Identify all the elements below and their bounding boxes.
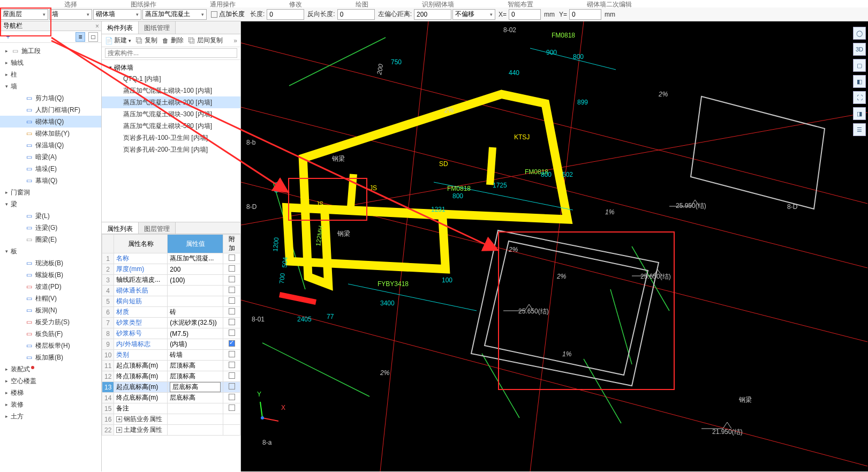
view-section-icon[interactable]: ◨ bbox=[853, 107, 866, 120]
tree-item[interactable]: ▭板洞(N) bbox=[0, 304, 101, 316]
table-row[interactable]: 14终点底标高(m)层底标高 bbox=[102, 393, 240, 403]
tab-component-list[interactable]: 构件列表 bbox=[102, 21, 139, 34]
view-list-icon[interactable]: ☰ bbox=[853, 123, 866, 136]
tree-item[interactable]: ▭螺旋板(B) bbox=[0, 269, 101, 281]
tree-item[interactable]: ▭板加腋(B) bbox=[0, 351, 101, 363]
extra-checkbox[interactable] bbox=[229, 276, 235, 282]
tree-item[interactable]: ▭圈梁(E) bbox=[0, 234, 101, 245]
view-iso-icon[interactable]: ◧ bbox=[853, 75, 866, 88]
table-row[interactable]: 16+钢筋业务属性 bbox=[102, 414, 240, 425]
new-button[interactable]: 📄新建▾ bbox=[105, 36, 131, 45]
tree-item[interactable]: ▭楼层板带(H) bbox=[0, 340, 101, 351]
table-row[interactable]: 4砌体通长筋 bbox=[102, 286, 240, 296]
table-row[interactable]: 11起点顶标高(m)层顶标高 bbox=[102, 361, 240, 371]
more-icon[interactable]: » bbox=[233, 37, 237, 44]
table-row[interactable]: 2厚度(mm)200 bbox=[102, 264, 240, 275]
table-row[interactable]: 15备注 bbox=[102, 403, 240, 414]
extra-checkbox[interactable] bbox=[229, 319, 235, 325]
extra-checkbox[interactable] bbox=[229, 254, 235, 261]
table-row[interactable]: 13起点底标高(m)层底标高 bbox=[102, 382, 240, 393]
nav-tree[interactable]: ▸▭施工段▸轴线▸柱▾墙▭剪力墙(Q)▭人防门框墙(RF)▭砌体墙(Q)▭砌体加… bbox=[0, 43, 101, 471]
tree-item[interactable]: ▸门窗洞 bbox=[0, 186, 101, 198]
props-table[interactable]: 属性名称属性值附加 1名称蒸压加气混凝...2厚度(mm)2003轴线距左墙皮.… bbox=[102, 234, 240, 436]
table-row[interactable]: 1名称蒸压加气混凝... bbox=[102, 253, 240, 264]
extra-checkbox[interactable] bbox=[229, 394, 235, 400]
list-item[interactable]: QTQ-1 [内墙] bbox=[102, 73, 240, 85]
tree-item[interactable]: ▭砌体墙(Q) bbox=[0, 116, 101, 128]
leftoff-input[interactable]: 200 bbox=[414, 9, 451, 20]
tree-item[interactable]: ▭梁(L) bbox=[0, 210, 101, 222]
tree-item[interactable]: ▸空心楼盖 bbox=[0, 375, 101, 387]
component-list[interactable]: ▾砌体墙 QTQ-1 [内墙]蒸压加气混凝土砌块-100 [内墙]蒸压加气混凝土… bbox=[102, 60, 240, 158]
extra-checkbox[interactable] bbox=[229, 287, 235, 293]
extra-checkbox[interactable] bbox=[229, 265, 235, 272]
floor-select[interactable]: 屋面层▾ bbox=[0, 9, 48, 20]
table-row[interactable]: 7砂浆类型(水泥砂浆(32.5)) bbox=[102, 318, 240, 328]
table-row[interactable]: 8砂浆标号(M7.5) bbox=[102, 328, 240, 339]
tab-layer-mgmt[interactable]: 图层管理 bbox=[139, 222, 176, 234]
tab-props[interactable]: 属性列表 bbox=[102, 222, 139, 234]
revlen-input[interactable]: 0 bbox=[337, 9, 375, 20]
component-group[interactable]: ▾砌体墙 bbox=[102, 62, 240, 73]
extra-checkbox[interactable] bbox=[229, 329, 235, 336]
nav-view-list-icon[interactable]: ≡ bbox=[76, 32, 85, 42]
list-item[interactable]: 蒸压加气混凝土砌块-580 [内墙] bbox=[102, 120, 240, 132]
tree-item[interactable]: ▸轴线 bbox=[0, 57, 101, 69]
table-row[interactable]: 22+土建业务属性 bbox=[102, 425, 240, 436]
tree-item[interactable]: ▭砌体加筋(Y) bbox=[0, 128, 101, 139]
tree-item[interactable]: ▸装配式 bbox=[0, 363, 101, 375]
extra-checkbox[interactable] bbox=[229, 308, 235, 314]
tree-item[interactable]: ▸柱 bbox=[0, 69, 101, 80]
table-row[interactable]: 12终点顶标高(m)层顶标高 bbox=[102, 371, 240, 382]
tree-item[interactable]: ▭幕墙(Q) bbox=[0, 175, 101, 186]
extra-checkbox[interactable] bbox=[229, 362, 235, 368]
material-select[interactable]: 蒸压加气混凝土▾ bbox=[142, 9, 207, 20]
copy-button[interactable]: ⿻复制 bbox=[135, 36, 157, 45]
tree-item[interactable]: ▭剪力墙(Q) bbox=[0, 92, 101, 104]
drawing-canvas[interactable]: KTSJ SD JS JS JF FYBY3418 FM0818 FM0818 … bbox=[241, 21, 868, 471]
search-input[interactable] bbox=[105, 48, 237, 58]
view-3d-icon[interactable]: 3D bbox=[853, 43, 866, 56]
list-item[interactable]: 蒸压加气混凝土砌块-200 [内墙] bbox=[102, 96, 240, 108]
tree-item[interactable]: ▭板受力筋(S) bbox=[0, 316, 101, 328]
y-input[interactable]: 0 bbox=[569, 9, 601, 20]
extra-checkbox[interactable] bbox=[229, 404, 235, 411]
tree-item[interactable]: ▸▭施工段 bbox=[0, 45, 101, 57]
tree-item[interactable]: ▭墙垛(E) bbox=[0, 163, 101, 175]
tree-item[interactable]: ▭板负筋(F) bbox=[0, 328, 101, 340]
tree-item[interactable]: ▾梁 bbox=[0, 198, 101, 210]
tree-item[interactable]: ▭人防门框墙(RF) bbox=[0, 104, 101, 116]
list-item[interactable]: 蒸压加气混凝土砌块-300 [内墙] bbox=[102, 108, 240, 120]
tree-item[interactable]: ▸楼梯 bbox=[0, 387, 101, 399]
extra-checkbox[interactable] bbox=[229, 297, 235, 304]
tree-item[interactable]: ▭连梁(G) bbox=[0, 222, 101, 234]
tab-drawing-mgmt[interactable]: 图纸管理 bbox=[139, 21, 176, 34]
view-top-icon[interactable]: ▢ bbox=[853, 59, 866, 72]
offset-mode-select[interactable]: 不偏移▾ bbox=[452, 9, 495, 20]
tree-item[interactable]: ▸装修 bbox=[0, 399, 101, 410]
nav-close-icon[interactable]: × bbox=[95, 23, 99, 30]
tree-item[interactable]: ▭坡道(PD) bbox=[0, 281, 101, 293]
tree-item[interactable]: ▭现浇板(B) bbox=[0, 257, 101, 269]
layer-copy-button[interactable]: ⿻层间复制 bbox=[188, 36, 223, 45]
table-row[interactable]: 6材质砖 bbox=[102, 307, 240, 318]
table-row[interactable]: 3轴线距左墙皮...(100) bbox=[102, 275, 240, 286]
table-row[interactable]: 10类别砖墙 bbox=[102, 350, 240, 361]
extra-checkbox[interactable] bbox=[229, 351, 235, 357]
list-item[interactable]: 页岩多孔砖-200-卫生间 [内墙] bbox=[102, 144, 240, 155]
extra-checkbox[interactable] bbox=[229, 372, 235, 379]
view-orbit-icon[interactable]: ◯ bbox=[853, 27, 866, 40]
length-input[interactable]: 0 bbox=[267, 9, 304, 20]
category-select[interactable]: 墙▾ bbox=[49, 9, 92, 20]
x-input[interactable]: 0 bbox=[509, 9, 541, 20]
pointlen-checkbox[interactable]: 点加长度 bbox=[211, 10, 245, 19]
table-row[interactable]: 9内/外墙标志(内墙) bbox=[102, 339, 240, 350]
type-select[interactable]: 砌体墙▾ bbox=[93, 9, 141, 20]
tree-item[interactable]: ▭保温墙(Q) bbox=[0, 139, 101, 151]
nav-view-detail-icon[interactable]: □ bbox=[88, 32, 98, 42]
tree-item[interactable]: ▭柱帽(V) bbox=[0, 293, 101, 304]
list-item[interactable]: 蒸压加气混凝土砌块-100 [内墙] bbox=[102, 85, 240, 96]
table-row[interactable]: 5横向短筋 bbox=[102, 296, 240, 307]
tree-item[interactable]: ▾板 bbox=[0, 245, 101, 257]
extra-checkbox[interactable] bbox=[229, 340, 235, 347]
